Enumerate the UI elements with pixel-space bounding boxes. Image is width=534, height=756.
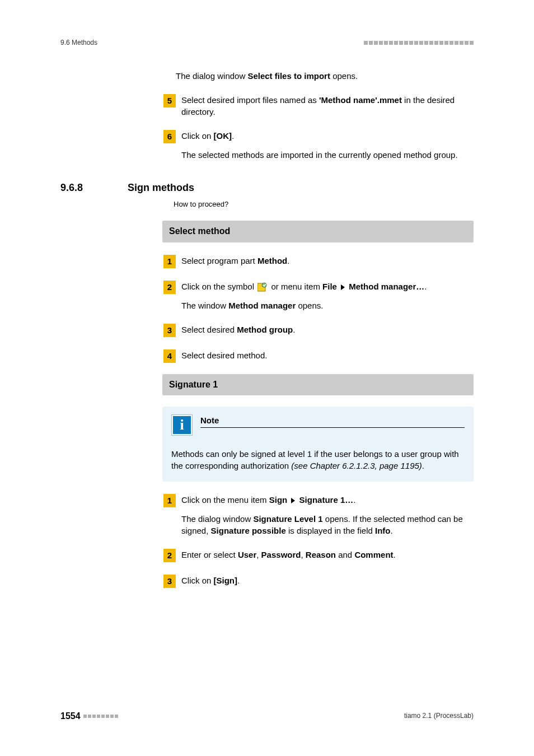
step-text: Select desired Method group. [181, 324, 474, 337]
note-text: Methods can only be signed at level 1 if… [171, 448, 465, 472]
page-number: 1554 [60, 710, 81, 722]
signature-step-1: 1 Click on the menu item Sign Signature … [163, 494, 474, 507]
step-number: 1 [163, 494, 176, 507]
step-6: 6 Click on [OK]. [163, 130, 474, 143]
step-text: Enter or select User, Password, Reason a… [181, 549, 474, 562]
step-number: 4 [163, 349, 176, 363]
section-heading: 9.6.8 Sign methods [60, 181, 474, 195]
step-text: Select desired method. [181, 349, 474, 363]
step-6-sub: The selected methods are imported in the… [181, 149, 474, 161]
menu-arrow-icon [341, 284, 345, 290]
subheading-select-method: Select method [162, 221, 474, 242]
page-number-block: 1554 [60, 710, 118, 722]
footer-product: tiamo 2.1 (ProcessLab) [404, 711, 474, 721]
step-number: 3 [163, 575, 176, 588]
step-number: 3 [163, 324, 176, 337]
step-text: Click on the menu item Sign Signature 1…… [181, 494, 474, 507]
footer-decorative-squares [83, 715, 118, 718]
step-text: Click on the symbol or menu item File Me… [181, 281, 474, 294]
info-icon: i [171, 414, 193, 436]
note-label: Note [200, 414, 465, 428]
select-method-step-2: 2 Click on the symbol or menu item File … [163, 281, 474, 294]
select-method-step-1: 1 Select program part Method. [163, 255, 474, 268]
step-text: Select desired import files named as 'Me… [181, 94, 474, 118]
step-number: 1 [163, 255, 176, 268]
note-callout: i Note Methods can only be signed at lev… [162, 407, 474, 482]
header-decorative-squares [364, 41, 474, 45]
intro-paragraph: The dialog window Select files to import… [176, 70, 474, 82]
step-number: 6 [163, 130, 176, 143]
select-method-step-2-sub: The window Method manager opens. [181, 300, 474, 311]
select-method-step-3: 3 Select desired Method group. [163, 324, 474, 337]
step-text: Click on [OK]. [181, 130, 474, 143]
subheading-signature-1: Signature 1 [162, 374, 474, 395]
step-number: 2 [163, 549, 176, 562]
header-section-ref: 9.6 Methods [60, 38, 97, 48]
section-number: 9.6.8 [60, 181, 105, 195]
step-text: Click on [Sign]. [181, 575, 474, 588]
signature-step-1-sub: The dialog window Signature Level 1 open… [181, 513, 474, 536]
signature-step-3: 3 Click on [Sign]. [163, 575, 474, 588]
step-5: 5 Select desired import files named as '… [163, 94, 474, 118]
running-header: 9.6 Methods [0, 0, 534, 48]
menu-arrow-icon [291, 498, 295, 503]
section-title: Sign methods [128, 181, 194, 195]
running-footer: 1554 tiamo 2.1 (ProcessLab) [60, 710, 474, 722]
step-text: Select program part Method. [181, 255, 474, 268]
note-header: i Note [171, 414, 465, 436]
select-method-step-4: 4 Select desired method. [163, 349, 474, 363]
signature-step-2: 2 Enter or select User, Password, Reason… [163, 549, 474, 562]
step-number: 5 [163, 94, 176, 108]
how-to-proceed: How to proceed? [174, 199, 474, 209]
step-number: 2 [163, 281, 176, 294]
page-content: The dialog window Select files to import… [0, 48, 534, 588]
method-manager-icon [257, 282, 268, 292]
